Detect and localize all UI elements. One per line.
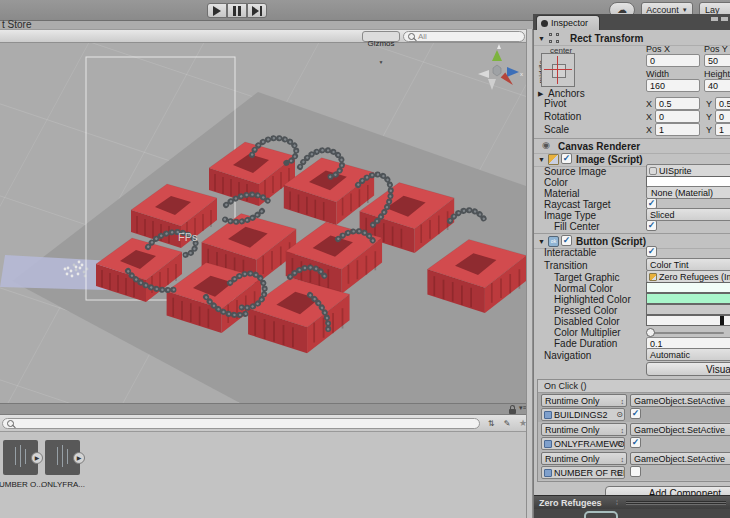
- on-click-header: On Click (): [538, 380, 730, 393]
- scene-viewport[interactable]: FPsx: [0, 43, 526, 403]
- image-enabled-checkbox[interactable]: [561, 153, 572, 164]
- preview-title: Zero Refugees: [539, 498, 602, 509]
- inspector-tab-bar: Inspector: [533, 14, 730, 30]
- search-by-label-button[interactable]: ✎: [500, 417, 514, 430]
- object-picker-icon[interactable]: ⊙: [616, 467, 623, 478]
- scene-search-input[interactable]: All: [403, 31, 525, 42]
- rotation-y-field[interactable]: 0: [715, 110, 730, 123]
- rect-transform-icon: [549, 33, 559, 43]
- project-toolbar: ⇅ ✎ ★: [0, 415, 526, 432]
- pivot-y-field[interactable]: 0.5: [715, 97, 730, 110]
- transition-label: Transition: [544, 260, 588, 271]
- anchor-preset-widget[interactable]: [541, 53, 575, 87]
- pressed-color-swatch[interactable]: [646, 304, 730, 315]
- highlighted-color-swatch[interactable]: [646, 293, 730, 304]
- rotation-label: Rotation: [544, 111, 581, 122]
- mode-arrows-icon: ↕: [621, 396, 625, 407]
- search-by-type-button[interactable]: ⇅: [484, 417, 498, 430]
- rect-transform-header[interactable]: ▼ Rect Transform: [534, 30, 730, 46]
- dropdown-arrow-icon: ▼: [682, 7, 688, 13]
- highlighted-color-label: Highlighted Color: [554, 294, 631, 305]
- preview-header-lines: [626, 501, 726, 505]
- prefab-expand-arrow[interactable]: ▶: [73, 452, 85, 464]
- event-target-field[interactable]: NUMBER OF REF ⊙: [541, 466, 625, 479]
- color-multiplier-label: Color Multiplier: [554, 327, 621, 338]
- anchor-crosshair: [544, 69, 572, 70]
- tab-inspector[interactable]: Inspector: [536, 15, 600, 30]
- visualize-label: Visualize: [706, 364, 730, 375]
- project-tab-bar[interactable]: ▾≡: [0, 403, 526, 415]
- event-function-dropdown[interactable]: GameObject.SetActive: [630, 423, 730, 436]
- image-component-title: Image (Script): [576, 154, 643, 165]
- event-enabled-checkbox[interactable]: [630, 437, 641, 448]
- pivot-label: Pivot: [544, 98, 566, 109]
- pause-button[interactable]: [227, 3, 247, 18]
- navigation-value: Automatic: [650, 350, 690, 360]
- rotation-x-field[interactable]: 0: [655, 110, 700, 123]
- foldout-arrow-icon[interactable]: ▼: [538, 35, 545, 43]
- image-type-dropdown[interactable]: Sliced▼: [646, 208, 730, 221]
- event-function-dropdown[interactable]: GameObject.SetActive: [630, 452, 730, 465]
- visualize-button[interactable]: Visualize: [646, 362, 730, 376]
- mode-arrows-icon: ↕: [621, 454, 625, 465]
- event-target-field[interactable]: BUILDINGS2 ⊙: [541, 408, 625, 421]
- search-value: All: [418, 33, 427, 41]
- event-mode-dropdown[interactable]: Runtime Only↕: [541, 394, 627, 407]
- rect-transform-title: Rect Transform: [570, 33, 643, 44]
- scale-x-field[interactable]: 1: [655, 123, 700, 136]
- raycast-target-label: Raycast Target: [544, 199, 611, 210]
- rotation-y-prefix: Y: [706, 112, 712, 123]
- pressed-color-label: Pressed Color: [554, 305, 617, 316]
- normal-color-swatch[interactable]: [646, 282, 730, 293]
- event-target-field[interactable]: ONLYFRAMEWOR ⊙: [541, 437, 625, 450]
- object-picker-icon[interactable]: ⊙: [616, 409, 623, 420]
- scale-y-field[interactable]: 1: [715, 123, 730, 136]
- event-mode-dropdown[interactable]: Runtime Only↕: [541, 452, 627, 465]
- pivot-x-field[interactable]: 0.5: [655, 97, 700, 110]
- navigation-dropdown[interactable]: Automatic▼: [646, 348, 730, 361]
- pivot-x-prefix: X: [646, 99, 652, 110]
- height-field[interactable]: 40: [704, 79, 730, 92]
- foldout-arrow-icon[interactable]: ▼: [538, 156, 545, 164]
- panel-divider[interactable]: [526, 29, 533, 518]
- pos-y-field[interactable]: 50: [704, 54, 730, 67]
- event-enabled-checkbox[interactable]: [630, 466, 641, 477]
- interactable-label: Interactable: [544, 247, 596, 258]
- mode-arrows-icon: ↕: [621, 425, 625, 436]
- play-button[interactable]: [207, 3, 227, 18]
- inspector-icon: [541, 20, 548, 27]
- gizmos-dropdown[interactable]: Gizmos ▼: [362, 31, 400, 42]
- disabled-color-swatch[interactable]: [646, 315, 730, 326]
- canvas-renderer-icon: ◉: [542, 140, 550, 150]
- fill-center-checkbox[interactable]: [646, 220, 657, 231]
- width-field[interactable]: 160: [646, 79, 700, 92]
- scale-label: Scale: [544, 124, 569, 135]
- material-value: None (Material): [651, 188, 713, 198]
- fps-label: FPs: [178, 231, 198, 243]
- event-enabled-checkbox[interactable]: [630, 408, 641, 419]
- fade-duration-label: Fade Duration: [554, 338, 617, 349]
- interactable-checkbox[interactable]: [646, 246, 657, 257]
- lock-icon[interactable]: [509, 409, 516, 414]
- button-enabled-checkbox[interactable]: [561, 235, 572, 246]
- slider-handle[interactable]: [646, 328, 655, 337]
- event-mode-dropdown[interactable]: Runtime Only↕: [541, 423, 627, 436]
- step-button[interactable]: [247, 3, 267, 18]
- image-component-icon: [548, 154, 559, 165]
- canvas-renderer-title: Canvas Renderer: [558, 141, 640, 152]
- project-content: ▶ UMBER O... ▶ ONLYFRA...: [0, 432, 526, 518]
- prefab-expand-arrow[interactable]: ▶: [31, 452, 43, 464]
- pos-x-field[interactable]: 0: [646, 54, 700, 67]
- image-type-value: Sliced: [650, 210, 675, 220]
- window-deco: [721, 17, 728, 21]
- foldout-arrow-icon[interactable]: ▶: [538, 90, 543, 98]
- preview-header[interactable]: Zero Refugees ⁞: [534, 495, 730, 509]
- foldout-arrow-icon[interactable]: ▼: [538, 238, 545, 246]
- object-picker-icon[interactable]: ⊙: [616, 438, 623, 449]
- drag-handle-icon[interactable]: ⁞: [616, 499, 618, 506]
- project-search-input[interactable]: [2, 418, 480, 429]
- material-field[interactable]: None (Material) ⊙: [646, 186, 730, 199]
- event-function-dropdown[interactable]: GameObject.SetActive: [630, 394, 730, 407]
- window-deco: [711, 17, 718, 21]
- preview-area: [534, 509, 730, 518]
